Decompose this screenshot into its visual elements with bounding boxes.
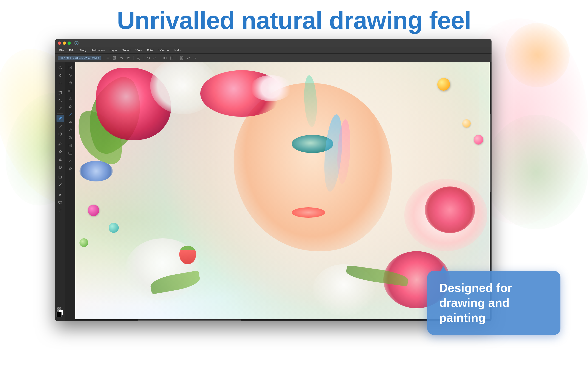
tool-sep-1 bbox=[57, 88, 63, 88]
cut-btn[interactable] bbox=[57, 207, 64, 214]
minimize-button[interactable] bbox=[63, 42, 66, 45]
svg-point-8 bbox=[173, 56, 173, 57]
berry-orange-top bbox=[437, 78, 450, 91]
toolbar-separator-2 bbox=[133, 56, 133, 60]
brush-tool-btn[interactable] bbox=[57, 123, 64, 130]
lasso-tool-btn[interactable] bbox=[57, 97, 64, 104]
sub-tool-7[interactable] bbox=[67, 110, 74, 118]
text-btn[interactable]: A bbox=[57, 191, 64, 198]
sub-toolbar bbox=[65, 62, 75, 321]
fill-btn[interactable] bbox=[57, 156, 64, 163]
info-balloon-text: Designed for drawing and painting bbox=[439, 281, 512, 324]
svg-rect-37 bbox=[69, 82, 72, 84]
tool-sep-4 bbox=[57, 172, 63, 172]
eraser-btn[interactable] bbox=[57, 148, 64, 155]
sub-tool-3[interactable] bbox=[67, 79, 74, 87]
main-area: A bbox=[55, 62, 492, 321]
sub-tool-4[interactable] bbox=[67, 87, 74, 94]
balloon-btn[interactable] bbox=[57, 199, 64, 206]
toolbar-rotate-right-btn[interactable] bbox=[152, 55, 158, 61]
svg-point-41 bbox=[70, 122, 72, 123]
rect-shape-btn[interactable] bbox=[57, 173, 64, 181]
toolbar-separator-1 bbox=[103, 56, 103, 60]
menu-story[interactable]: Story bbox=[77, 48, 88, 53]
app-logo-icon bbox=[74, 41, 78, 45]
character-lips bbox=[292, 207, 325, 218]
toolbar-rotate-left-btn[interactable] bbox=[145, 55, 151, 61]
main-toolbar: 002* (4093 x 2894px 72dpi 92.5%) ☰ bbox=[55, 54, 492, 62]
close-button[interactable] bbox=[58, 42, 61, 45]
page-headline: Unrivalled natural drawing feel bbox=[0, 7, 588, 34]
toolbar-undo-btn[interactable] bbox=[119, 55, 124, 61]
title-bar bbox=[55, 39, 492, 47]
sub-tool-14[interactable] bbox=[67, 165, 74, 173]
sub-tool-2[interactable] bbox=[67, 72, 74, 79]
toolbar-new-btn[interactable] bbox=[112, 55, 118, 61]
magic-wand-btn[interactable] bbox=[57, 105, 64, 112]
svg-rect-11 bbox=[180, 57, 182, 58]
sub-tool-10[interactable] bbox=[67, 134, 74, 141]
menu-window[interactable]: Window bbox=[156, 48, 172, 53]
scroll-thumb-horizontal[interactable] bbox=[138, 319, 241, 321]
sub-tool-9[interactable] bbox=[67, 126, 74, 133]
eyedropper-btn[interactable] bbox=[57, 140, 64, 148]
svg-rect-4 bbox=[165, 57, 166, 59]
strawberry-decor bbox=[179, 246, 196, 264]
flower-right-pink-1 bbox=[425, 186, 475, 233]
toolbar-help-btn[interactable]: ? bbox=[192, 55, 199, 61]
move-tool-btn[interactable] bbox=[57, 79, 64, 87]
svg-rect-3 bbox=[164, 57, 165, 59]
svg-rect-30 bbox=[59, 176, 61, 178]
sub-tool-13[interactable] bbox=[67, 157, 74, 165]
app-window: File Edit Story Animation Layer Select V… bbox=[55, 39, 492, 321]
svg-point-32 bbox=[61, 184, 61, 184]
toolbar-flip-h-btn[interactable] bbox=[162, 55, 168, 61]
green-berry-left bbox=[79, 238, 88, 247]
menu-layer[interactable]: Layer bbox=[107, 48, 120, 53]
pen-tool-btn[interactable] bbox=[57, 115, 64, 122]
splash-green-right bbox=[485, 115, 588, 229]
zoom-tool-btn[interactable] bbox=[57, 64, 64, 71]
svg-line-21 bbox=[59, 108, 61, 110]
gradient-btn[interactable] bbox=[57, 164, 64, 171]
sub-tool-6[interactable] bbox=[67, 103, 74, 110]
svg-rect-14 bbox=[182, 58, 183, 59]
color-swatches bbox=[57, 307, 63, 319]
maximize-button[interactable] bbox=[68, 42, 71, 45]
svg-line-33 bbox=[59, 209, 61, 211]
menu-file[interactable]: File bbox=[57, 48, 66, 53]
vector-pen-btn[interactable] bbox=[57, 181, 64, 189]
svg-point-10 bbox=[173, 59, 173, 59]
sub-tool-1[interactable] bbox=[67, 64, 74, 71]
3d-tool-btn[interactable] bbox=[57, 130, 64, 138]
svg-rect-20 bbox=[59, 92, 61, 94]
toolbar-menu-btn[interactable]: ☰ bbox=[105, 55, 111, 61]
scroll-thumb-vertical[interactable] bbox=[490, 114, 491, 192]
hand-tool-btn[interactable] bbox=[57, 72, 64, 79]
menu-help[interactable]: Help bbox=[172, 48, 183, 53]
info-balloon: Designed for drawing and painting bbox=[427, 271, 561, 335]
sub-tool-5[interactable] bbox=[67, 95, 74, 102]
svg-rect-45 bbox=[69, 152, 72, 154]
tool-sep-2 bbox=[57, 113, 63, 114]
menu-animation[interactable]: Animation bbox=[89, 48, 107, 53]
svg-point-22 bbox=[61, 107, 61, 108]
rect-select-btn[interactable] bbox=[57, 89, 64, 97]
svg-point-31 bbox=[59, 186, 59, 186]
menu-filter[interactable]: Filter bbox=[145, 48, 156, 53]
menu-edit[interactable]: Edit bbox=[67, 48, 77, 53]
toolbar-transform-btn[interactable] bbox=[169, 55, 175, 61]
menu-view[interactable]: View bbox=[133, 48, 144, 53]
blue-flower-left bbox=[79, 161, 113, 181]
toolbar-ruler-btn[interactable] bbox=[186, 55, 191, 61]
toolbar-redo-btn[interactable] bbox=[125, 55, 131, 61]
toolbar-zoom-btn[interactable] bbox=[135, 55, 141, 61]
sub-tool-11[interactable] bbox=[67, 142, 74, 149]
window-controls bbox=[58, 42, 71, 45]
background-color[interactable] bbox=[57, 312, 61, 317]
toolbar-grid-btn[interactable] bbox=[179, 55, 185, 61]
svg-rect-6 bbox=[171, 57, 173, 59]
sub-tool-12[interactable] bbox=[67, 150, 74, 157]
sub-tool-8[interactable] bbox=[67, 118, 74, 126]
menu-select[interactable]: Select bbox=[120, 48, 133, 53]
